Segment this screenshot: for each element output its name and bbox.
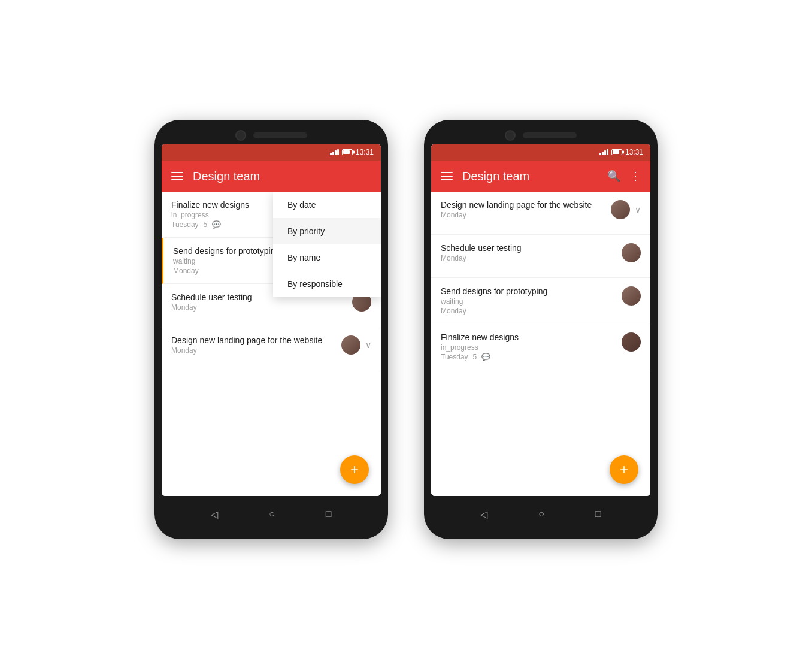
phone2-content: Design new landing page for the website … <box>431 192 650 496</box>
task-content: Schedule user testing Monday <box>441 243 622 262</box>
task-content: Finalize new designs in_progress Tuesday… <box>441 332 622 361</box>
task-date: Monday <box>441 307 466 315</box>
back-button[interactable]: ◁ <box>480 509 487 520</box>
task-content: Design new landing page for the website … <box>441 200 611 219</box>
phone2-bottom-bar: ◁ ○ □ <box>431 496 650 532</box>
task-count: 5 <box>473 353 477 361</box>
recent-button[interactable]: □ <box>595 509 601 519</box>
chevron-down-icon: ∨ <box>365 340 371 350</box>
phone2-device: 13:31 Design team 🔍 ⋮ Design new landing… <box>424 120 658 539</box>
phone1-bottom-bar: ◁ ○ □ <box>162 496 381 532</box>
task-item[interactable]: Send designs for prototyping waiting Mon… <box>431 278 650 324</box>
task-title: Send designs for prototyping <box>441 286 622 296</box>
task-title: Schedule user testing <box>441 243 622 253</box>
fab-button[interactable]: + <box>610 455 638 484</box>
phone2-appbar: Design team 🔍 ⋮ <box>431 161 650 192</box>
more-vert-icon[interactable]: ⋮ <box>630 170 641 183</box>
home-button[interactable]: ○ <box>269 509 275 519</box>
battery-icon <box>342 149 353 155</box>
phone2-time: 13:31 <box>625 148 643 156</box>
phone1-status-icons: 13:31 <box>330 148 374 156</box>
comment-icon: 💬 <box>212 220 221 229</box>
phone2-status-icons: 13:31 <box>599 148 643 156</box>
comment-icon: 💬 <box>481 353 490 361</box>
avatar <box>622 286 641 306</box>
avatar <box>341 335 360 355</box>
task-right: ∨ <box>341 335 371 355</box>
phone1-appbar: Design team <box>162 161 381 192</box>
dropdown-item-by-date[interactable]: By date <box>273 192 381 218</box>
task-meta: Monday <box>171 303 352 312</box>
phone2-screen: 13:31 Design team 🔍 ⋮ Design new landing… <box>431 144 650 496</box>
task-item[interactable]: Finalize new designs in_progress Tuesday… <box>431 324 650 370</box>
avatar <box>622 243 641 262</box>
avatar <box>622 332 641 352</box>
signal-icon <box>330 149 339 155</box>
task-date: Tuesday <box>441 353 468 361</box>
task-date: Tuesday <box>171 220 199 229</box>
task-meta: Monday <box>441 254 622 262</box>
task-right <box>622 286 641 306</box>
home-button[interactable]: ○ <box>538 509 544 519</box>
task-item[interactable]: Design new landing page for the website … <box>431 192 650 235</box>
task-item[interactable]: Schedule user testing Monday <box>431 235 650 278</box>
task-title: Design new landing page for the website <box>441 200 611 210</box>
task-title: Finalize new designs <box>441 332 622 342</box>
phone2-top-bar <box>431 127 650 144</box>
task-right <box>622 332 641 352</box>
phone1-device: 13:31 Design team Finalize new designs i… <box>154 120 388 539</box>
task-content: Design new landing page for the website … <box>171 335 341 355</box>
task-date: Monday <box>171 346 197 355</box>
task-date: Monday <box>171 303 197 312</box>
battery-icon <box>611 149 622 155</box>
task-status: waiting <box>441 297 622 306</box>
phone1-status-bar: 13:31 <box>162 144 381 161</box>
signal-icon <box>599 149 608 155</box>
recent-button[interactable]: □ <box>326 509 332 519</box>
phone1-screen: 13:31 Design team Finalize new designs i… <box>162 144 381 496</box>
fab-button[interactable]: + <box>340 455 369 484</box>
avatar <box>611 200 630 219</box>
phone1-top-bar <box>162 127 381 144</box>
phone2-appbar-title: Design team <box>462 170 598 183</box>
phone2-camera <box>505 130 516 141</box>
task-item[interactable]: Design new landing page for the website … <box>162 327 381 370</box>
back-button[interactable]: ◁ <box>211 509 218 520</box>
task-meta: Tuesday 5 💬 <box>441 353 622 361</box>
search-icon[interactable]: 🔍 <box>607 170 620 183</box>
task-title: Design new landing page for the website <box>171 335 341 345</box>
task-meta: Monday <box>171 346 341 355</box>
dropdown-item-by-name[interactable]: By name <box>273 244 381 271</box>
phone1-content: Finalize new designs in_progress Tuesday… <box>162 192 381 496</box>
hamburger-icon[interactable] <box>441 172 453 180</box>
phone2: 13:31 Design team 🔍 ⋮ Design new landing… <box>424 120 658 539</box>
dropdown-item-by-priority[interactable]: By priority <box>273 218 381 244</box>
task-right <box>622 243 641 262</box>
phone1-time: 13:31 <box>356 148 374 156</box>
task-count: 5 <box>204 220 208 229</box>
phone2-speaker <box>523 132 577 138</box>
task-meta: Monday <box>441 211 611 219</box>
phone1: 13:31 Design team Finalize new designs i… <box>154 120 388 539</box>
chevron-down-icon: ∨ <box>635 205 641 214</box>
task-right: ∨ <box>611 200 641 219</box>
dropdown-menu: By date By priority By name By responsib… <box>273 192 381 297</box>
task-content: Send designs for prototyping waiting Mon… <box>441 286 622 315</box>
task-status: in_progress <box>441 343 622 352</box>
task-date: Monday <box>173 267 199 275</box>
phone1-camera <box>235 130 246 141</box>
task-meta: Monday <box>441 307 622 315</box>
hamburger-icon[interactable] <box>171 172 183 180</box>
phone2-status-bar: 13:31 <box>431 144 650 161</box>
dropdown-item-by-responsible[interactable]: By responsible <box>273 271 381 297</box>
phone1-speaker <box>253 132 307 138</box>
task-date: Monday <box>441 211 466 219</box>
phone1-appbar-title: Design team <box>193 170 371 183</box>
task-date: Monday <box>441 254 466 262</box>
